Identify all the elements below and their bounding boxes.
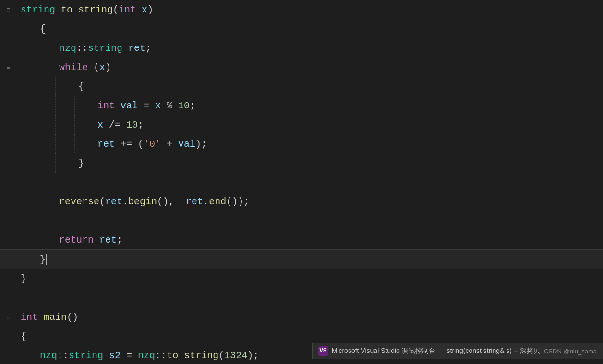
code-line-15: }: [0, 269, 603, 288]
tooltip-content-text: string(const string& s) -- 深拷贝: [447, 347, 540, 355]
code-line-2: {: [0, 19, 603, 38]
code-line-9: }: [0, 153, 603, 173]
gutter-10: [0, 173, 17, 192]
tooltip-content: [439, 347, 443, 355]
line-content-3: nzq :: string ret ;: [55, 38, 603, 58]
line-content-5: {: [74, 77, 603, 96]
gutter-18: [0, 327, 17, 346]
tooltip-panel: VS Microsoft Visual Studio 调试控制台 string(…: [312, 343, 603, 359]
code-line-8: ret += ( '0' + val );: [0, 134, 603, 153]
line-content-9: }: [74, 153, 603, 173]
line-content-11: reverse ( ret . begin (), ret . end ());: [55, 192, 603, 211]
gutter-9: [0, 153, 17, 173]
line-content-8: ret += ( '0' + val );: [94, 134, 603, 153]
code-line-6: int val = x % 10 ;: [0, 96, 603, 115]
gutter-2: [0, 19, 17, 38]
code-line-12: [0, 211, 603, 230]
gutter-8: [0, 134, 17, 153]
token-func-1: to_string: [61, 4, 113, 15]
tooltip-source: CSDN @niu_sama: [544, 348, 597, 355]
gutter-13: [0, 230, 17, 249]
gutter-19: [0, 346, 17, 364]
line-content-14: }: [36, 250, 603, 269]
code-line-1: ⊟ string to_string ( int x ): [0, 0, 603, 19]
code-editor: ⊟ string to_string ( int x ) { nzq :: st…: [0, 0, 603, 364]
code-line-11: reverse ( ret . begin (), ret . end ());: [0, 192, 603, 211]
line-content-15: }: [17, 269, 603, 288]
tooltip-title: Microsoft Visual Studio 调试控制台: [332, 347, 435, 355]
line-content-10: [55, 173, 603, 192]
fold-icon-1[interactable]: ⊟: [5, 6, 12, 13]
gutter-15: [0, 269, 17, 288]
gutter-17[interactable]: ⊟: [0, 307, 17, 327]
gutter-6: [0, 96, 17, 115]
code-line-14: }: [0, 250, 603, 269]
gutter-16: [0, 288, 17, 307]
token-type-1: string: [21, 4, 55, 15]
gutter-5: [0, 77, 17, 96]
line-content-16: [17, 288, 603, 307]
line-content-12: [55, 211, 603, 230]
gutter-1[interactable]: ⊟: [0, 0, 17, 19]
gutter-7: [0, 115, 17, 134]
line-content-13: return ret ;: [55, 230, 603, 249]
fold-icon-17[interactable]: ⊟: [5, 313, 12, 321]
code-line-13: return ret ;: [0, 230, 603, 249]
code-line-16: [0, 288, 603, 307]
line-content-1: string to_string ( int x ): [17, 0, 603, 19]
fold-icon-4[interactable]: ⊟: [5, 63, 12, 71]
gutter-3: [0, 38, 17, 58]
code-line-17: ⊟ int main (): [0, 307, 603, 327]
code-line-7: x /= 10 ;: [0, 115, 603, 134]
line-content-6: int val = x % 10 ;: [94, 96, 603, 115]
gutter-12: [0, 211, 17, 230]
text-cursor: [46, 254, 47, 265]
gutter-14: [0, 250, 17, 269]
line-content-7: x /= 10 ;: [94, 115, 603, 134]
token-int-6: int: [97, 100, 115, 111]
vs-icon: VS: [318, 346, 328, 356]
line-content-17: int main (): [17, 307, 603, 327]
line-content-2: {: [36, 19, 603, 38]
gutter-11: [0, 192, 17, 211]
code-line-4: ⊟ while ( x ): [0, 58, 603, 77]
code-line-10: [0, 173, 603, 192]
token-while: while: [59, 62, 88, 73]
code-line-3: nzq :: string ret ;: [0, 38, 603, 58]
line-content-4: while ( x ): [55, 58, 603, 77]
token-kw-int-1: int: [119, 4, 136, 15]
code-line-5: {: [0, 77, 603, 96]
gutter-4[interactable]: ⊟: [0, 58, 17, 77]
